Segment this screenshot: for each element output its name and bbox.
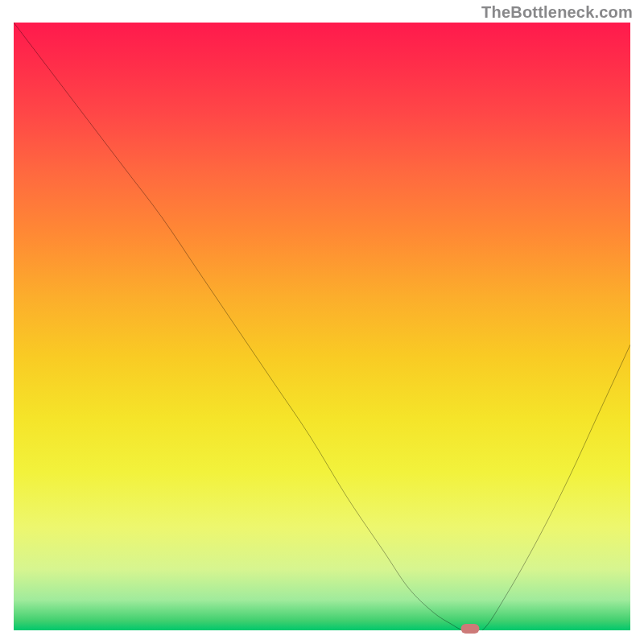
chart-container: TheBottleneck.com [0, 0, 644, 644]
curve-path [14, 23, 630, 630]
optimal-point-marker [460, 624, 479, 634]
plot-area [14, 23, 630, 630]
watermark-text: TheBottleneck.com [481, 3, 633, 22]
bottleneck-curve [14, 23, 630, 630]
